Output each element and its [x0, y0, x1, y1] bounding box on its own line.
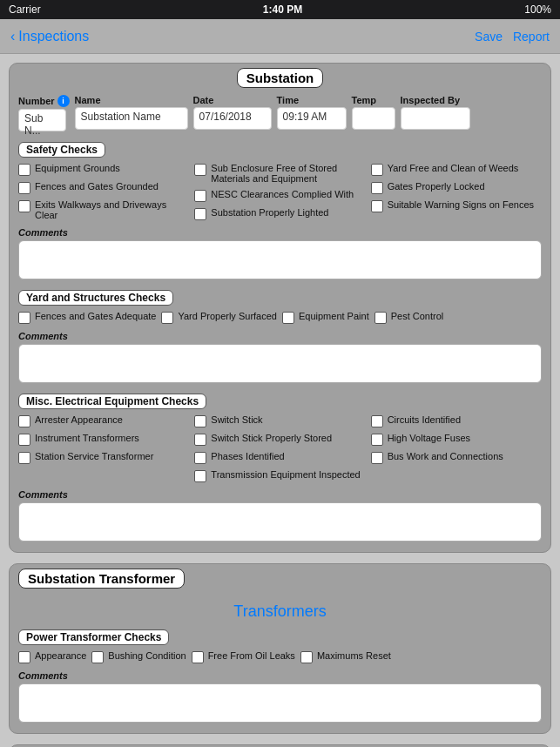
carrier-label: Carrier [9, 3, 41, 16]
checkbox-appearance[interactable] [18, 651, 30, 663]
checkbox-sub-enclosure[interactable] [194, 164, 206, 176]
safety-col-2: Sub Enclosure Free of Stored Materials a… [194, 163, 365, 220]
label-bus-work: Bus Work and Connections [388, 451, 503, 461]
yard-checks-grid: Fences and Gates Adequate Yard Properly … [18, 311, 542, 324]
transformer-section: Substation Transformer Transformers Powe… [9, 563, 551, 734]
time-label: 1:40 PM [263, 3, 302, 16]
status-bar: Carrier 1:40 PM 100% [0, 0, 560, 19]
check-equipment-paint: Equipment Paint [282, 311, 369, 324]
checkbox-gates-locked[interactable] [371, 182, 383, 194]
label-bushing: Bushing Condition [108, 650, 186, 661]
yard-comments-input[interactable] [18, 344, 542, 383]
checkbox-nesc[interactable] [194, 190, 206, 202]
checkbox-equipment-grounds[interactable] [18, 164, 30, 176]
checkbox-exits-walkways[interactable] [18, 200, 30, 212]
check-gates-locked: Gates Properly Locked [371, 181, 542, 194]
label-warning-signs: Suitable Warning Signs on Fences [388, 199, 534, 210]
power-comments-input[interactable] [18, 683, 542, 723]
report-button[interactable]: Report [513, 30, 550, 44]
checkbox-oil-leaks[interactable] [192, 651, 204, 663]
checkbox-yard-surfaced[interactable] [161, 312, 173, 324]
checkbox-transmission[interactable] [194, 470, 206, 482]
check-arrester: Arrester Appearance [18, 414, 189, 427]
temp-label: Temp [352, 95, 395, 105]
number-input[interactable]: Sub N... [18, 109, 66, 131]
date-col: Date 07/16/2018 [193, 95, 272, 130]
check-nesc: NESC Clearances Complied With [194, 189, 365, 202]
yard-comments-label: Comments [18, 331, 542, 341]
label-pest-control: Pest Control [391, 311, 444, 321]
checkbox-yard-clean[interactable] [371, 164, 383, 176]
inspected-input[interactable] [401, 107, 470, 130]
label-fences-adequate: Fences and Gates Adequate [35, 311, 156, 321]
safety-comments-input[interactable] [18, 240, 542, 279]
safety-comments-label: Comments [18, 227, 542, 238]
date-input[interactable]: 07/16/2018 [193, 107, 272, 130]
check-appearance: Appearance [18, 650, 86, 663]
checkbox-fences-grounded[interactable] [18, 182, 30, 194]
label-oil-leaks: Free From Oil Leaks [208, 650, 295, 661]
date-label: Date [193, 95, 272, 105]
checkbox-switch-stick-stored[interactable] [194, 434, 206, 446]
number-label: Number i [18, 95, 70, 107]
nav-right-buttons: Save Report [475, 30, 550, 44]
power-checks-section: Power Transformer Checks Appearance Bush… [18, 626, 542, 723]
check-maximums-reset: Maximums Reset [300, 650, 391, 663]
checkbox-bushing[interactable] [91, 651, 104, 663]
label-instrument-transformers: Instrument Transformers [35, 433, 139, 443]
check-sub-enclosure: Sub Enclosure Free of Stored Materials a… [194, 163, 365, 184]
label-station-service: Station Service Transformer [35, 451, 153, 461]
name-input[interactable]: Substation Name [75, 107, 188, 130]
checkbox-substation-lighted[interactable] [194, 208, 206, 220]
label-switch-stick: Switch Stick [211, 414, 262, 425]
checkbox-high-voltage[interactable] [371, 434, 383, 446]
power-comments-label: Comments [18, 670, 542, 681]
label-circuits: Circuits Identified [388, 414, 461, 425]
check-transmission: Transmission Equipment Inspected [194, 469, 365, 482]
check-equipment-grounds: Equipment Grounds [18, 163, 189, 176]
misc-col-2: Switch Stick Switch Stick Properly Store… [194, 414, 365, 482]
transformers-heading: Transformers [18, 596, 542, 626]
misc-checks-label: Misc. Electrical Equipment Checks [18, 394, 206, 409]
back-button[interactable]: ‹ Inspections [10, 29, 89, 44]
label-sub-enclosure: Sub Enclosure Free of Stored Materials a… [211, 163, 365, 184]
misc-col-3: Circuits Identified High Voltage Fuses B… [371, 414, 542, 482]
checkbox-switch-stick[interactable] [194, 415, 206, 427]
label-gates-locked: Gates Properly Locked [388, 181, 485, 192]
checkbox-station-service[interactable] [18, 452, 30, 464]
checkbox-equipment-paint[interactable] [282, 312, 294, 324]
checkbox-fences-adequate[interactable] [18, 312, 30, 324]
power-checks-grid: Appearance Bushing Condition Free From O… [18, 650, 542, 663]
checkbox-circuits[interactable] [371, 415, 383, 427]
power-checks-label: Power Transformer Checks [18, 629, 169, 645]
label-switch-stick-stored: Switch Stick Properly Stored [211, 433, 332, 443]
label-phases: Phases Identified [211, 451, 284, 461]
name-col: Name Substation Name [75, 95, 188, 130]
check-station-service: Station Service Transformer [18, 451, 189, 464]
temp-input[interactable] [352, 107, 395, 130]
time-input[interactable]: 09:19 AM [277, 107, 347, 130]
label-yard-clean: Yard Free and Clean of Weeds [388, 163, 519, 173]
checkbox-maximums-reset[interactable] [300, 651, 313, 663]
checkbox-arrester[interactable] [18, 415, 30, 427]
yard-checks-section: Yard and Structures Checks Fences and Ga… [18, 286, 542, 383]
save-button[interactable]: Save [475, 30, 503, 44]
checkbox-pest-control[interactable] [374, 312, 387, 324]
checkbox-warning-signs[interactable] [371, 200, 383, 212]
check-high-voltage: High Voltage Fuses [371, 433, 542, 446]
check-switch-stick: Switch Stick [194, 414, 365, 427]
label-maximums-reset: Maximums Reset [317, 650, 391, 661]
checkbox-instrument-transformers[interactable] [18, 434, 30, 446]
label-yard-surfaced: Yard Properly Surfaced [178, 311, 277, 321]
info-icon[interactable]: i [57, 95, 70, 107]
misc-comments-input[interactable] [18, 502, 542, 542]
check-oil-leaks: Free From Oil Leaks [192, 650, 295, 663]
checkbox-bus-work[interactable] [371, 452, 383, 464]
substation-title: Substation [237, 68, 324, 88]
checkbox-phases[interactable] [194, 452, 206, 464]
check-substation-lighted: Substation Properly Lighted [194, 207, 365, 220]
name-label: Name [75, 95, 188, 105]
safety-col-1: Equipment Grounds Fences and Gates Groun… [18, 163, 189, 220]
check-circuits: Circuits Identified [371, 414, 542, 427]
safety-checks-section: Safety Checks Equipment Grounds Fences a… [18, 138, 542, 279]
